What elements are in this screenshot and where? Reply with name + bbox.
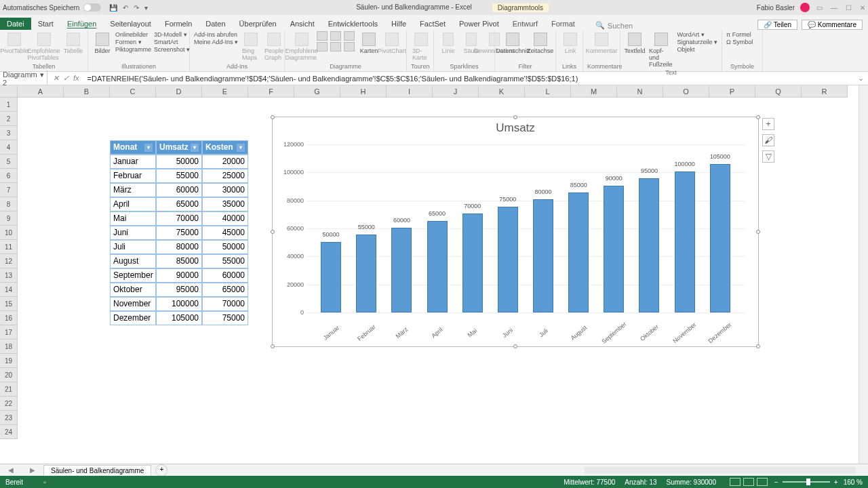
comments-button[interactable]: 💬 Kommentare [802,20,863,30]
symbol-button[interactable]: Ω Symbol [726,39,753,45]
comment-button[interactable]: Kommentar [587,31,616,56]
textbox-button[interactable]: Textfeld [625,31,645,56]
column-header[interactable]: M [571,85,617,98]
wordart-button[interactable]: WordArt ▾ [677,31,717,38]
table-header-cell[interactable]: Kosten▾ [202,140,248,155]
bar[interactable]: 70000 [457,214,488,312]
row-header[interactable]: 21 [0,382,18,396]
table-cell[interactable]: Oktober [110,283,156,297]
sheet-nav-prev[interactable]: ◀ [0,466,22,474]
column-header[interactable]: K [479,85,525,98]
tab-formeln[interactable]: Formeln [158,18,199,30]
chart-elements-button[interactable]: + [762,118,774,130]
tab-factset[interactable]: FactSet [413,18,452,30]
table-cell[interactable]: 40000 [202,211,248,226]
shapes-button[interactable]: Formen ▾ [115,39,151,45]
row-header[interactable]: 19 [0,354,18,368]
column-header[interactable]: J [433,85,479,98]
filter-dropdown-icon[interactable]: ▾ [191,144,199,152]
column-header[interactable]: C [110,85,156,98]
tab-start[interactable]: Start [31,18,60,30]
people-graph-button[interactable]: People Graph [264,31,284,62]
minimize-icon[interactable]: — [831,4,837,12]
table-cell[interactable]: 25000 [202,169,248,183]
tab-ueberpruefen[interactable]: Überprüfen [233,18,283,30]
chart-object[interactable]: Umsatz 020000400006000080000100000120000… [272,117,759,347]
maximize-icon[interactable]: ☐ [846,4,852,12]
table-cell[interactable]: 65000 [156,197,202,211]
tab-powerpivot[interactable]: Power Pivot [452,18,506,30]
ribbon-display-icon[interactable]: ▭ [816,4,823,12]
get-addins-button[interactable]: Add-Ins abrufen [194,31,238,38]
table-cell[interactable]: Mai [110,211,156,226]
bar[interactable]: 100000 [669,171,700,312]
sparkline-line-button[interactable]: Linie [438,31,458,56]
table-cell[interactable]: 70000 [202,297,248,311]
chart-type-gallery[interactable] [317,31,356,52]
table-cell[interactable]: November [110,297,156,311]
bing-maps-button[interactable]: Bing Maps [241,31,261,62]
expand-formula-icon[interactable]: ⌄ [854,74,868,83]
column-header[interactable]: N [617,85,663,98]
redo-icon[interactable]: ↷ [134,4,139,12]
header-footer-button[interactable]: Kopf- und Fußzeile [648,31,674,69]
table-cell[interactable]: 55000 [156,169,202,183]
row-header[interactable]: 1 [0,98,18,112]
row-header[interactable]: 20 [0,368,18,382]
row-header[interactable]: 5 [0,155,18,169]
equation-button[interactable]: π Formel [726,31,753,38]
undo-icon[interactable]: ↶ [123,4,128,12]
view-normal-icon[interactable] [730,478,741,486]
my-addins-button[interactable]: Meine Add-Ins ▾ [194,39,238,45]
toggle-switch[interactable] [83,3,101,12]
table-cell[interactable]: 75000 [202,311,248,325]
zoom-slider[interactable] [783,481,830,483]
table-cell[interactable]: 65000 [202,283,248,297]
pivotchart-button[interactable]: PivotChart [382,31,402,56]
table-cell[interactable]: 95000 [156,283,202,297]
icons-button[interactable]: Piktogramme [115,46,151,53]
table-cell[interactable]: 100000 [156,297,202,311]
row-header[interactable]: 17 [0,325,18,340]
table-cell[interactable]: 45000 [202,226,248,240]
tab-ansicht[interactable]: Ansicht [283,18,321,30]
3d-model-button[interactable]: 3D-Modell ▾ [154,31,190,38]
select-all-button[interactable] [0,85,18,98]
table-cell[interactable]: August [110,254,156,268]
row-header[interactable]: 13 [0,268,18,283]
table-cell[interactable]: 50000 [202,240,248,254]
view-layout-icon[interactable] [743,478,754,486]
tab-file[interactable]: Datei [0,18,31,30]
row-header[interactable]: 11 [0,240,18,254]
close-icon[interactable]: ✕ [860,4,865,12]
bar[interactable]: 60000 [387,228,417,312]
formula-input[interactable]: =DATENREIHE('Säulen- und Balkendiagramme… [85,75,854,83]
column-header[interactable]: I [387,85,433,98]
table-cell[interactable]: Februar [110,169,156,183]
bar[interactable]: 95000 [634,178,665,312]
smartart-button[interactable]: SmartArt [154,39,190,45]
row-header[interactable]: 10 [0,226,18,240]
row-header[interactable]: 18 [0,340,18,354]
3d-map-button[interactable]: 3D-Karte [411,31,431,62]
save-icon[interactable]: 💾 [109,4,117,12]
pictures-button[interactable]: Bilder [92,31,113,56]
table-cell[interactable]: 20000 [202,155,248,169]
table-button[interactable]: Tabelle [63,31,83,56]
enter-icon[interactable]: ✓ [63,74,69,83]
row-header[interactable]: 22 [0,396,18,411]
bar[interactable]: 75000 [492,207,523,312]
worksheet-grid[interactable]: ABCDEFGHIJKLMNOPQR 123456789101112131415… [0,85,868,447]
column-header[interactable]: E [202,85,248,98]
row-header[interactable]: 23 [0,411,18,425]
zoom-in-icon[interactable]: + [834,479,838,486]
screenshot-button[interactable]: Screenshot ▾ [154,46,190,53]
zoom-out-icon[interactable]: − [774,479,778,486]
sheet-nav-next[interactable]: ▶ [22,466,43,474]
search-icon[interactable]: 🔍 [595,21,605,30]
tab-entwicklertools[interactable]: Entwicklertools [321,18,384,30]
sheet-tab-active[interactable]: Säulen- und Balkendiagramme [43,465,151,476]
table-cell[interactable]: Januar [110,155,156,169]
table-header-cell[interactable]: Monat▾ [110,140,156,155]
recommended-pivot-button[interactable]: Empfohlene PivotTables [27,31,60,62]
